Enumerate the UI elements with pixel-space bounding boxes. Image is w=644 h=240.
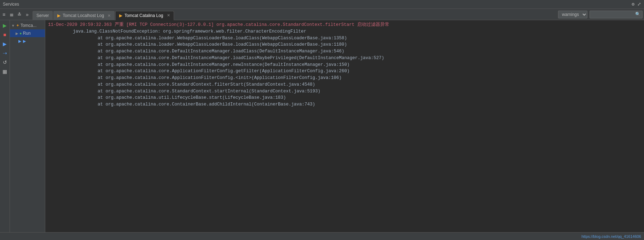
search-input[interactable]	[590, 11, 643, 18]
tree-area: ▼ ✦ Tomca... ▶ ● Run ▶ ▶	[10, 20, 45, 232]
tab-tomcat-localhost[interactable]: ▶ Tomcat Localhost Log ✕	[53, 11, 115, 20]
collapse-all-button[interactable]: ≣	[8, 11, 16, 18]
log-line-8: at org.apache.catalina.core.ApplicationF…	[48, 68, 641, 75]
main-area: ▶ ■ ▶ ⇢ ↺ ▦ ▼ ✦ Tomca... ▶ ● Run	[0, 20, 644, 232]
log-line-4: at org.apache.catalina.loader.WebappClas…	[48, 41, 641, 48]
expand-icon[interactable]: ⤢	[637, 1, 641, 7]
title-bar-icons: ⚙ ⤢	[632, 1, 641, 7]
log-line-12: at org.apache.catalina.util.LifecycleBas…	[48, 95, 641, 101]
run-icon: ●	[19, 31, 22, 35]
tab-tomcat-localhost-label: Tomcat Localhost Log	[63, 13, 104, 18]
title-bar: Services ⚙ ⤢	[0, 0, 644, 9]
step-icon2: ▶	[23, 39, 26, 44]
log-line-5: at org.apache.catalina.core.DefaultInsta…	[48, 48, 641, 55]
tree-item-tomcat[interactable]: ▼ ✦ Tomca...	[10, 22, 45, 29]
log-line-13: at org.apache.catalina.core.ContainerBas…	[48, 101, 641, 108]
step-button[interactable]: ⇢	[1, 49, 9, 57]
tab-tomcat-localhost-close[interactable]: ✕	[108, 13, 111, 18]
pin-button[interactable]: ≛	[16, 11, 23, 18]
tree-arrow-run: ▶	[16, 32, 18, 35]
sidebar: ▼ ✦ Tomca... ▶ ● Run ▶ ▶	[10, 20, 45, 232]
tomcat-icon: ✦	[16, 23, 19, 28]
tab-server-label: Server	[36, 13, 49, 18]
log-line-6: at org.apache.catalina.core.DefaultInsta…	[48, 55, 641, 62]
filter-dropdown[interactable]: warnings errors info debug all	[558, 11, 587, 18]
more-button[interactable]: »	[23, 11, 31, 18]
expand-all-button[interactable]: ≡	[0, 11, 8, 18]
tree-item-step[interactable]: ▶ ▶	[10, 37, 45, 45]
tree-item-run[interactable]: ▶ ● Run	[10, 29, 45, 37]
tree-label-tomcat: Tomca...	[21, 23, 36, 28]
tab-tomcat-localhost-icon: ▶	[57, 13, 60, 18]
settings-icon[interactable]: ⚙	[632, 1, 634, 7]
tree-arrow-tomcat: ▼	[11, 24, 15, 28]
tab-tomcat-catalina-label: Tomcat Catalina Log	[124, 13, 163, 18]
search-wrapper: 🔍	[590, 11, 643, 18]
title-text: Services	[3, 2, 19, 7]
status-bar: https://blog.csdn.net/qq_41614606	[0, 232, 644, 240]
status-link[interactable]: https://blog.csdn.net/qq_41614606	[581, 234, 641, 239]
log-area[interactable]: 11-Dec-2020 20:59:32.363 严重 [RMI TCP Con…	[45, 20, 644, 232]
log-line-1: 11-Dec-2020 20:59:32.363 严重 [RMI TCP Con…	[48, 22, 641, 28]
run-button[interactable]: ▶	[1, 22, 9, 29]
tab-tomcat-catalina-close[interactable]: ✕	[167, 13, 170, 18]
tab-server[interactable]: Server	[33, 11, 53, 20]
log-line-7: at org.apache.catalina.core.DefaultInsta…	[48, 62, 641, 68]
log-controls: warnings errors info debug all 🔍	[558, 11, 643, 18]
refresh-button[interactable]: ↺	[1, 58, 9, 66]
log-line-9: at org.apache.catalina.core.ApplicationF…	[48, 75, 641, 81]
log-line-2: java.lang.ClassNotFoundException: org.sp…	[48, 28, 641, 35]
log-line-10: at org.apache.catalina.core.StandardCont…	[48, 81, 641, 88]
tree-label-run: Run	[23, 31, 31, 36]
resume-button[interactable]: ▶	[1, 40, 9, 48]
step-icon: ▶	[18, 39, 21, 44]
tab-tomcat-catalina[interactable]: ▶ Tomcat Catalina Log ✕	[115, 11, 174, 20]
stop-button[interactable]: ■	[1, 31, 9, 39]
tab-tomcat-catalina-icon: ▶	[119, 13, 122, 18]
sidebar-actions: ▶ ■ ▶ ⇢ ↺ ▦	[0, 20, 10, 232]
layout-button[interactable]: ▦	[1, 68, 9, 75]
search-icon: 🔍	[635, 12, 640, 17]
log-line-11: at org.apache.catalina.core.StandardCont…	[48, 88, 641, 95]
log-line-3: at org.apache.catalina.loader.WebappClas…	[48, 35, 641, 42]
